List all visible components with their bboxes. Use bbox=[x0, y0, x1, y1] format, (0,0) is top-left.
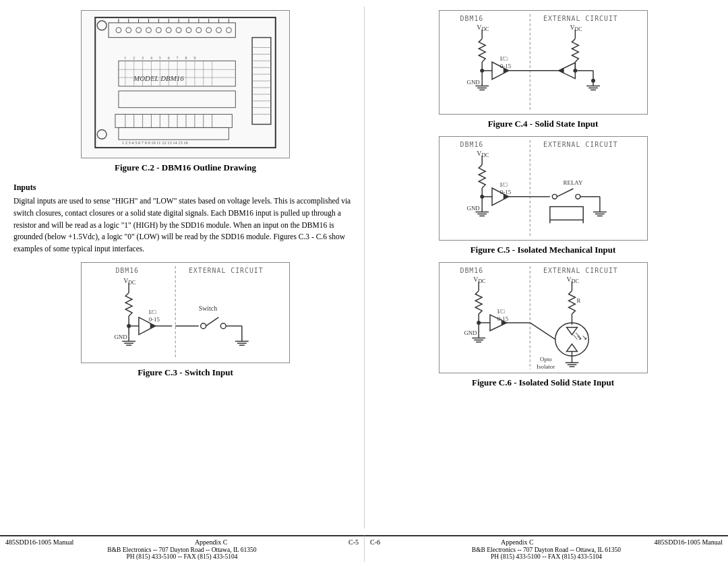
svg-text:4: 4 bbox=[150, 56, 152, 60]
svg-text:6: 6 bbox=[168, 56, 170, 60]
svg-text:GND: GND bbox=[466, 205, 480, 212]
svg-text:I/□: I/□ bbox=[499, 55, 507, 62]
svg-text:VDC: VDC bbox=[477, 150, 489, 158]
fig4-label: Figure C.4 - Solid State Input bbox=[371, 119, 715, 129]
fig6-svg: DBM16 EXTERNAL CIRCUIT VDC I/□ 0-15 bbox=[439, 262, 648, 373]
svg-text:1 2 3 4 5 6 7 8 9 10 11 12 13 : 1 2 3 4 5 6 7 8 9 10 11 12 13 14 15 16 bbox=[122, 140, 189, 145]
svg-text:EXTERNAL CIRCUIT: EXTERNAL CIRCUIT bbox=[189, 267, 264, 274]
svg-text:VDC: VDC bbox=[473, 276, 485, 284]
footer-company-right: B&B Electronics -- 707 Dayton Road -- Ot… bbox=[370, 547, 723, 553]
fig6-label: Figure C.6 - Isolated Solid State Input bbox=[371, 377, 715, 388]
svg-text:VDC: VDC bbox=[123, 277, 135, 286]
svg-text:2: 2 bbox=[133, 56, 135, 60]
svg-line-100 bbox=[206, 317, 219, 326]
fig2-label: Figure C.2 - DBM16 Outline Drawing bbox=[13, 162, 357, 173]
left-column: MODEL DBM16 bbox=[7, 7, 364, 528]
svg-text:DBM16: DBM16 bbox=[460, 141, 483, 148]
inputs-section: Inputs Digital inputs are used to sense … bbox=[13, 181, 357, 255]
svg-text:0-15: 0-15 bbox=[499, 189, 511, 195]
svg-point-69 bbox=[146, 28, 152, 33]
footer-company-left: B&B Electronics -- 707 Dayton Road -- Ot… bbox=[5, 547, 359, 553]
svg-text:1: 1 bbox=[124, 56, 126, 60]
footer-phone-right: PH (815) 433-5100 -- FAX (815) 433-5104 bbox=[370, 553, 723, 560]
svg-text:RELAY: RELAY bbox=[563, 179, 582, 186]
svg-text:DBM16: DBM16 bbox=[115, 267, 139, 274]
fig3-container: DBM16 EXTERNAL CIRCUIT VDC bbox=[13, 262, 357, 363]
footer-manual-right: 485SDD16-1005 Manual bbox=[655, 538, 723, 546]
svg-text:9: 9 bbox=[193, 56, 195, 60]
footer: 485SDD16-1005 Manual Appendix C C-5 B&B … bbox=[0, 535, 728, 562]
inputs-text: Digital inputs are used to sense "HIGH" … bbox=[13, 195, 357, 255]
svg-text:I/□: I/□ bbox=[499, 181, 507, 188]
svg-text:DBM16: DBM16 bbox=[460, 15, 483, 22]
fig2-drawing: MODEL DBM16 bbox=[13, 10, 357, 158]
svg-text:5: 5 bbox=[159, 56, 161, 60]
svg-marker-131 bbox=[558, 68, 564, 73]
svg-text:R: R bbox=[576, 297, 580, 304]
svg-text:VDC: VDC bbox=[566, 276, 578, 284]
svg-text:8: 8 bbox=[185, 56, 187, 60]
svg-point-70 bbox=[156, 28, 161, 33]
svg-text:EXTERNAL CIRCUIT: EXTERNAL CIRCUIT bbox=[543, 141, 618, 148]
footer-appendix-left: Appendix C bbox=[195, 538, 228, 546]
fig5-svg: DBM16 EXTERNAL CIRCUIT VDC I/□ 0-15 bbox=[439, 136, 648, 241]
footer-page-left: C-5 bbox=[348, 538, 359, 546]
svg-text:MODEL DBM16: MODEL DBM16 bbox=[133, 74, 184, 82]
svg-text:Isolator: Isolator bbox=[537, 363, 555, 370]
svg-text:GND: GND bbox=[466, 79, 480, 86]
svg-point-163 bbox=[575, 194, 580, 199]
svg-point-66 bbox=[116, 28, 121, 33]
svg-text:Switch: Switch bbox=[199, 305, 217, 312]
svg-text:EXTERNAL CIRCUIT: EXTERNAL CIRCUIT bbox=[543, 15, 618, 22]
svg-text:VDC: VDC bbox=[570, 24, 582, 32]
svg-text:0-15: 0-15 bbox=[149, 316, 160, 323]
svg-text:3: 3 bbox=[142, 56, 144, 60]
svg-text:0-15: 0-15 bbox=[497, 315, 508, 322]
footer-left: 485SDD16-1005 Manual Appendix C C-5 B&B … bbox=[0, 535, 364, 562]
fig4-svg: DBM16 EXTERNAL CIRCUIT VDC I/□ 0-15 bbox=[439, 10, 648, 115]
svg-text:EXTERNAL CIRCUIT: EXTERNAL CIRCUIT bbox=[543, 267, 618, 274]
footer-appendix-right: Appendix C bbox=[501, 538, 534, 546]
svg-rect-29 bbox=[115, 115, 232, 128]
svg-text:GND: GND bbox=[464, 330, 477, 336]
svg-text:Opto: Opto bbox=[540, 356, 552, 363]
svg-line-207 bbox=[530, 323, 555, 340]
svg-point-15 bbox=[97, 129, 107, 139]
svg-point-71 bbox=[166, 28, 171, 33]
footer-left-line1: 485SDD16-1005 Manual Appendix C C-5 bbox=[5, 538, 359, 546]
svg-text:↘↘: ↘↘ bbox=[576, 334, 587, 341]
footer-phone-left: PH (815) 433-5100 -- FAX (815) 433-5104 bbox=[5, 553, 359, 560]
svg-point-161 bbox=[552, 194, 557, 199]
svg-point-99 bbox=[201, 323, 206, 329]
svg-rect-30 bbox=[119, 127, 229, 139]
footer-right-line1: C-6 Appendix C 485SDD16-1005 Manual bbox=[370, 538, 723, 546]
dbm16-outline-svg: MODEL DBM16 bbox=[81, 10, 290, 158]
svg-text:GND: GND bbox=[114, 334, 127, 341]
svg-point-76 bbox=[216, 28, 222, 33]
inputs-title: Inputs bbox=[13, 181, 357, 193]
svg-text:DBM16: DBM16 bbox=[460, 267, 483, 274]
svg-text:7: 7 bbox=[177, 56, 179, 60]
right-column: DBM16 EXTERNAL CIRCUIT VDC I/□ 0-15 bbox=[364, 7, 721, 528]
fig6-container: DBM16 EXTERNAL CIRCUIT VDC I/□ 0-15 bbox=[371, 262, 715, 373]
svg-point-68 bbox=[136, 28, 142, 33]
svg-point-67 bbox=[126, 28, 131, 33]
fig3-svg: DBM16 EXTERNAL CIRCUIT VDC bbox=[81, 262, 290, 363]
svg-point-72 bbox=[176, 28, 181, 33]
svg-rect-0 bbox=[95, 18, 276, 148]
footer-right: C-6 Appendix C 485SDD16-1005 Manual B&B … bbox=[364, 535, 728, 562]
svg-point-77 bbox=[226, 28, 231, 33]
svg-text:VDC: VDC bbox=[477, 24, 489, 32]
svg-line-162 bbox=[557, 189, 573, 197]
svg-rect-42 bbox=[119, 91, 235, 108]
fig4-container: DBM16 EXTERNAL CIRCUIT VDC I/□ 0-15 bbox=[371, 10, 715, 115]
svg-text:I/□: I/□ bbox=[149, 309, 156, 315]
fig3-label: Figure C.3 - Switch Input bbox=[13, 367, 357, 378]
fig5-label: Figure C.5 - Isolated Mechanical Input bbox=[371, 245, 715, 255]
svg-point-75 bbox=[206, 28, 212, 33]
svg-point-73 bbox=[186, 28, 191, 33]
svg-text:0-15: 0-15 bbox=[499, 63, 511, 69]
svg-point-74 bbox=[196, 28, 202, 33]
svg-marker-198 bbox=[566, 327, 577, 335]
svg-marker-201 bbox=[566, 344, 577, 352]
